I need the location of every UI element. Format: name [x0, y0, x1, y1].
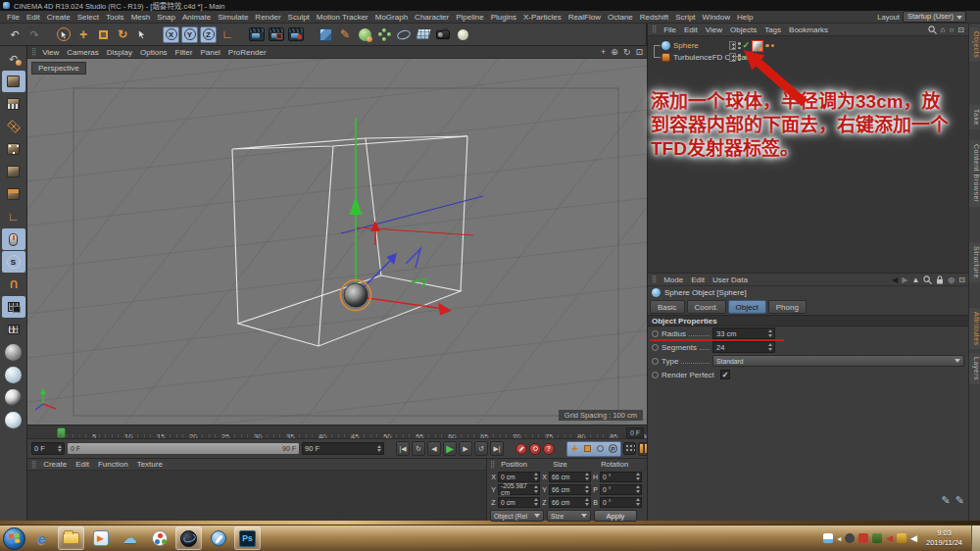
object-manager-menu-item[interactable]: Tags: [764, 25, 781, 34]
size-z-field[interactable]: 66 cm: [549, 497, 591, 508]
history-forward-icon[interactable]: ▶: [902, 276, 907, 284]
visibility-dots-icon[interactable]: [738, 42, 741, 49]
go-to-end-button[interactable]: ▶|: [490, 441, 504, 456]
size-x-field[interactable]: 66 cm: [549, 472, 591, 482]
menu-item[interactable]: Snap: [157, 13, 175, 22]
lock-workplane-button[interactable]: [2, 296, 25, 318]
layer-chip-icon[interactable]: [729, 53, 736, 62]
menu-item[interactable]: Help: [737, 13, 753, 22]
object-row-sphere[interactable]: Sphere: [662, 40, 699, 51]
start-button[interactable]: [3, 527, 25, 550]
points-mode-button[interactable]: [2, 138, 25, 160]
coordinate-mode-dropdown[interactable]: Object (Rel: [490, 510, 544, 522]
texture-mode-button[interactable]: [2, 93, 25, 115]
viewport-menu-item[interactable]: View: [42, 48, 59, 57]
tab-content-browser[interactable]: Content Browser: [969, 140, 980, 207]
rotation-p-field[interactable]: 0 °: [600, 484, 642, 495]
stepper[interactable]: [636, 473, 640, 480]
polygons-mode-button[interactable]: [2, 183, 25, 205]
record-scale-toggle[interactable]: [582, 443, 593, 455]
tray-volume-muted-icon[interactable]: ◀: [886, 533, 893, 543]
tab-attributes[interactable]: Attributes: [969, 308, 980, 350]
play-button[interactable]: ▶: [443, 441, 457, 456]
panel-icon[interactable]: ⊡: [958, 276, 965, 284]
enable-axis-button[interactable]: ∟: [2, 206, 25, 227]
layer-chip-icon[interactable]: [729, 41, 736, 50]
tfd-emitter-tag-icon[interactable]: [752, 40, 763, 52]
object-manager-menu-item[interactable]: Objects: [730, 25, 757, 34]
position-z-field[interactable]: 0 cm: [498, 497, 540, 508]
viewport-menu-item[interactable]: Options: [140, 48, 168, 57]
render-region-button[interactable]: [268, 25, 285, 44]
stepper[interactable]: [534, 473, 538, 480]
undo-button[interactable]: ↶: [6, 25, 24, 44]
stepper[interactable]: [377, 445, 381, 453]
stepper[interactable]: [534, 498, 538, 506]
menu-item[interactable]: Render: [255, 13, 280, 22]
tray-expand-icon[interactable]: ◂: [837, 534, 841, 543]
object-manager-menu-item[interactable]: Bookmarks: [789, 25, 828, 34]
tab-layers[interactable]: Layers: [969, 353, 980, 384]
viewport-menu-item[interactable]: Cameras: [67, 48, 98, 57]
add-deformer-button[interactable]: [395, 25, 413, 44]
taskbar-ie[interactable]: e: [28, 526, 55, 550]
radius-field[interactable]: 33 cm: [712, 327, 775, 339]
object-manager-menu-item[interactable]: Edit: [684, 25, 698, 34]
menu-item[interactable]: File: [7, 13, 20, 22]
record-parameter-toggle[interactable]: P: [608, 443, 618, 455]
taskbar-browser[interactable]: [205, 526, 231, 550]
previous-frame-button[interactable]: ◀: [427, 441, 441, 456]
render-perfect-checkbox[interactable]: ✓: [720, 370, 730, 379]
taskbar-photoshop[interactable]: Ps: [234, 526, 261, 550]
stepper[interactable]: [58, 445, 62, 453]
path-icon[interactable]: ○: [949, 25, 954, 34]
rotate-view-icon[interactable]: ↻: [623, 47, 631, 57]
stepper[interactable]: [636, 498, 640, 506]
rotate-tool-button[interactable]: ↻: [114, 25, 131, 44]
viewport-3d[interactable]: Perspective Grid Spacing : 100 cm: [27, 59, 647, 425]
coordinate-system-button[interactable]: ∟: [219, 25, 236, 44]
position-x-field[interactable]: 0 cm: [498, 472, 540, 482]
scale-tool-button[interactable]: [94, 25, 112, 44]
stepper[interactable]: [534, 485, 538, 493]
tab-coord[interactable]: Coord.: [687, 300, 726, 314]
segments-field[interactable]: 24: [712, 341, 775, 353]
menu-item[interactable]: Plugins: [491, 13, 516, 22]
menu-item[interactable]: Animate: [182, 13, 211, 22]
add-spline-button[interactable]: ✎: [336, 25, 354, 44]
next-frame-button[interactable]: ▶: [459, 441, 472, 456]
add-environment-button[interactable]: [415, 25, 432, 44]
viewport-solo-button[interactable]: [2, 228, 25, 250]
point-level-animation-button[interactable]: [623, 442, 636, 455]
brush-icon[interactable]: ✎: [956, 494, 964, 507]
object-list[interactable]: Sphere ✓ TurbulenceFD Container: [648, 36, 968, 273]
history-back-icon[interactable]: ◀: [892, 276, 898, 284]
viewport-menu-item[interactable]: Panel: [200, 48, 220, 57]
taskbar-netdisk[interactable]: [146, 526, 172, 550]
home-icon[interactable]: ⌂: [941, 25, 946, 34]
menu-item[interactable]: MoGraph: [375, 13, 408, 22]
object-name[interactable]: Sphere: [673, 41, 699, 50]
tab-objects[interactable]: Objects: [969, 27, 980, 62]
apply-button[interactable]: Apply: [594, 510, 637, 522]
menu-item[interactable]: X-Particles: [523, 13, 562, 22]
tab-structure[interactable]: Structure: [969, 242, 980, 282]
make-editable-button[interactable]: ↶: [2, 48, 25, 70]
object-properties-header[interactable]: Object Properties: [648, 315, 969, 326]
zoom-view-icon[interactable]: ⊕: [611, 47, 618, 57]
timeline-playhead[interactable]: [57, 427, 66, 438]
pan-view-icon[interactable]: +: [601, 47, 606, 57]
current-frame-field[interactable]: 0 F: [31, 442, 65, 455]
material-preset-1[interactable]: [2, 341, 25, 363]
keyframe-selection-button[interactable]: ?: [543, 443, 555, 455]
taskbar-clock[interactable]: 9:03 2019/11/24: [920, 528, 968, 548]
menu-item[interactable]: Window: [703, 13, 730, 22]
record-keyframe-button[interactable]: [515, 443, 527, 455]
search-icon[interactable]: [923, 276, 932, 284]
menu-item[interactable]: Simulate: [218, 13, 248, 22]
stepper[interactable]: [585, 485, 589, 493]
stepper[interactable]: [768, 329, 772, 337]
position-y-field[interactable]: -205.987 cm: [498, 484, 540, 495]
quantize-button[interactable]: [2, 319, 25, 340]
tab-object[interactable]: Object: [728, 300, 766, 314]
